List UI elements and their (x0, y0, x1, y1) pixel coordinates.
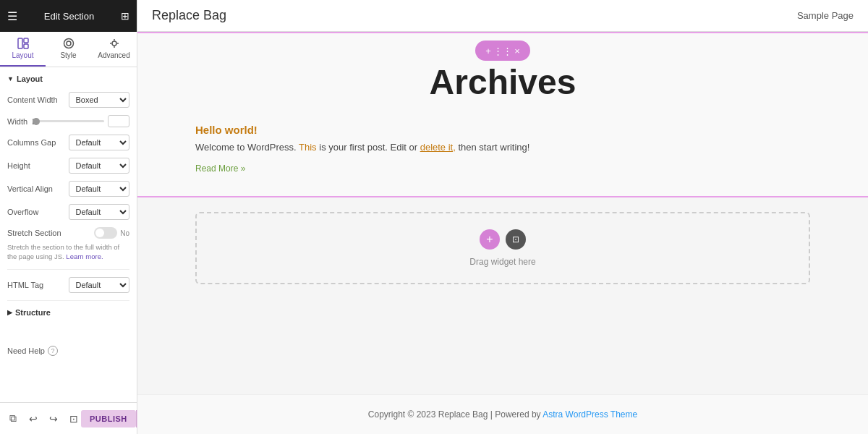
content-width-select[interactable]: Boxed Full Width (69, 92, 130, 108)
page-title: Replace Bag (152, 8, 226, 23)
html-tag-label: HTML Tag (7, 281, 69, 289)
overflow-control: Default Hidden Auto (69, 204, 130, 220)
post-block: Hello world! Welcome to WordPress. This … (195, 124, 810, 174)
sidebar-bottom: ⧉ ↩ ↪ ⊡ PUBLISH ▲ (0, 402, 137, 434)
sidebar-content: ▼ Layout Content Width Boxed Full Width … (0, 67, 137, 402)
width-value[interactable] (108, 115, 129, 127)
stretch-help-text: Stretch the section to the full width of… (7, 242, 129, 262)
sidebar-tabs: Layout Style Advanced (0, 32, 137, 67)
preview-icon[interactable]: ⊡ (67, 412, 81, 426)
width-slider[interactable] (33, 120, 104, 122)
columns-gap-select[interactable]: Default Custom (69, 135, 130, 150)
vertical-align-select[interactable]: Default Top Middle Bottom (69, 181, 130, 197)
columns-gap-control: Default Custom (69, 135, 130, 150)
content-width-control: Boxed Full Width (69, 92, 130, 108)
stretch-toggle-btn[interactable] (94, 227, 117, 239)
grid-icon[interactable]: ⊞ (121, 10, 129, 22)
divider-2 (7, 300, 129, 301)
svg-rect-0 (18, 38, 22, 48)
highlight-this: This (299, 142, 317, 153)
help-icon: ? (48, 346, 58, 356)
undo-icon[interactable]: ↩ (26, 412, 41, 426)
sample-page-link[interactable]: Sample Page (797, 10, 854, 21)
empty-widget-section: + ⊡ Drag widget here (195, 212, 810, 284)
link-delete: delete it, (420, 142, 456, 153)
columns-gap-row: Columns Gap Default Custom (7, 135, 129, 150)
overflow-label: Overflow (7, 208, 69, 216)
content-width-label: Content Width (7, 95, 69, 104)
section-toolbar: + ⋮⋮ × (475, 41, 530, 61)
vertical-align-control: Default Top Middle Bottom (69, 181, 130, 197)
highlighted-section: + ⋮⋮ × Archives Hello world! Welcome to … (137, 32, 868, 197)
hamburger-icon[interactable]: ☰ (7, 9, 17, 23)
overflow-select[interactable]: Default Hidden Auto (69, 204, 130, 220)
footer-theme-link[interactable]: Astra WordPress Theme (542, 409, 637, 420)
section-move-btn[interactable]: ⋮⋮ (495, 43, 510, 58)
html-tag-control: Default div section article (69, 277, 130, 293)
html-tag-row: HTML Tag Default div section article (7, 277, 129, 293)
content-width-row: Content Width Boxed Full Width (7, 92, 129, 108)
svg-point-4 (64, 39, 73, 48)
structure-section-header[interactable]: ▶ Structure (7, 308, 129, 317)
stretch-label: Stretch Section (7, 229, 94, 237)
bottom-icons: ⧉ ↩ ↪ ⊡ (6, 412, 81, 426)
svg-rect-2 (24, 44, 28, 48)
svg-point-3 (67, 41, 71, 46)
structure-arrow: ▶ (7, 309, 12, 316)
html-tag-select[interactable]: Default div section article (69, 277, 130, 293)
widget-add-button[interactable]: + (480, 229, 500, 250)
post-content: Welcome to WordPress. This is your first… (195, 140, 810, 156)
main-area: Replace Bag Sample Page + ⋮⋮ × Archives … (137, 0, 868, 434)
widget-handle-button[interactable]: ⊡ (506, 229, 526, 250)
vertical-align-row: Vertical Align Default Top Middle Bottom (7, 181, 129, 197)
columns-gap-label: Columns Gap (7, 138, 69, 147)
width-row: Width 🖥 (7, 115, 129, 127)
sidebar-header-icons: ⊞ (121, 10, 129, 22)
read-more-link[interactable]: Read More » (195, 163, 245, 174)
divider (7, 269, 129, 270)
widget-actions: + ⊡ (480, 229, 526, 250)
layout-section-header[interactable]: ▼ Layout (7, 75, 129, 83)
width-label: Width 🖥 (7, 117, 29, 126)
section-close-btn[interactable]: × (510, 43, 524, 58)
height-control: Default Custom (69, 158, 130, 174)
post-title: Hello world! (195, 124, 810, 136)
redo-icon[interactable]: ↪ (46, 412, 61, 426)
vertical-align-label: Vertical Align (7, 184, 69, 193)
tab-advanced[interactable]: Advanced (91, 32, 137, 67)
stretch-section-row: Stretch Section No (7, 227, 129, 239)
height-row: Height Default Custom (7, 158, 129, 174)
canvas: + ⋮⋮ × Archives Hello world! Welcome to … (137, 32, 868, 434)
learn-more-link[interactable]: Learn more. (66, 252, 103, 260)
sidebar-header: ☰ Edit Section ⊞ (0, 0, 137, 32)
sidebar: ☰ Edit Section ⊞ Layout Style Advanced ▼… (0, 0, 137, 434)
archives-heading: Archives (195, 62, 810, 102)
layers-icon[interactable]: ⧉ (6, 412, 20, 426)
drag-widget-text: Drag widget here (469, 257, 535, 267)
tab-style[interactable]: Style (46, 32, 91, 67)
top-bar: Replace Bag Sample Page (137, 0, 868, 32)
stretch-toggle-text: No (120, 229, 129, 237)
stretch-toggle[interactable]: No (94, 227, 129, 239)
tab-layout[interactable]: Layout (0, 32, 46, 67)
overflow-row: Overflow Default Hidden Auto (7, 204, 129, 220)
svg-rect-1 (24, 38, 28, 43)
need-help[interactable]: Need Help ? (7, 346, 129, 356)
svg-point-5 (112, 41, 116, 46)
height-label: Height (7, 161, 69, 170)
publish-button[interactable]: PUBLISH (81, 410, 136, 427)
sidebar-title: Edit Section (44, 11, 94, 22)
layout-arrow: ▼ (7, 75, 14, 82)
height-select[interactable]: Default Custom (69, 158, 130, 174)
site-footer: Copyright © 2023 Replace Bag | Powered b… (137, 394, 868, 434)
